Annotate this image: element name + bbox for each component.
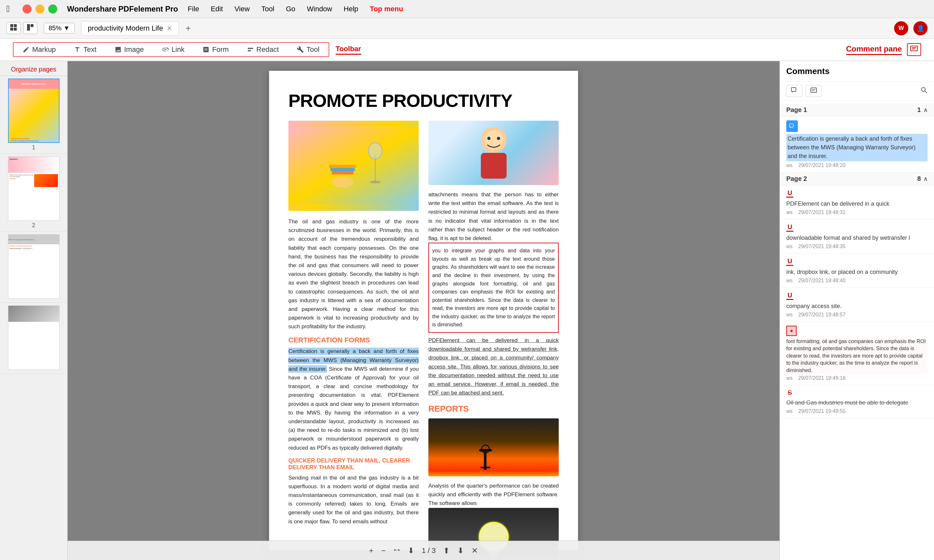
image-tool[interactable]: Image — [112, 44, 146, 55]
comment-note-button[interactable] — [786, 85, 802, 97]
comment-note-icon-0 — [786, 120, 798, 132]
menu-go[interactable]: Go — [286, 5, 295, 13]
form-icon — [202, 46, 209, 53]
comment-list-button[interactable] — [806, 85, 822, 97]
layout-view-button[interactable] — [23, 22, 37, 34]
comment-time-6: 29/07/2021 19:49:55 — [798, 408, 845, 414]
svg-rect-5 — [31, 24, 34, 27]
svg-rect-36 — [791, 88, 796, 91]
svg-rect-10 — [912, 49, 915, 49]
quicker-body: Sending mail in the oil and the gas indu… — [288, 474, 419, 526]
comment-item-6[interactable]: S Oil and Gas industries must be able to… — [780, 385, 934, 418]
comments-header: Comments — [780, 61, 934, 82]
quicker-subhead: QUICKER DELIVERY THAN MAIL, CLEARER DELI… — [288, 457, 419, 471]
thumbnail-page-4[interactable]: ... — [0, 303, 67, 374]
right-column: attachments means that the person has to… — [428, 121, 559, 560]
menu-help[interactable]: Help — [344, 5, 358, 13]
user-avatar[interactable]: 👤 — [913, 21, 928, 35]
bottom-toolbar: + − ⬇ 1 / 3 ⬆ ⬇ ✕ — [68, 541, 780, 560]
add-tab-button[interactable]: + — [185, 23, 191, 34]
svg-point-15 — [332, 177, 354, 188]
toolbar-label: Toolbar — [336, 45, 361, 55]
comment-item-2[interactable]: U downloadable format and shared by wetr… — [780, 220, 934, 254]
link-icon — [162, 46, 169, 53]
menu-file[interactable]: File — [188, 5, 199, 13]
underline-icon-1: U — [786, 189, 793, 198]
svg-rect-42 — [789, 124, 793, 127]
grid-icon — [10, 24, 17, 31]
traffic-lights — [23, 5, 57, 14]
comment-item-5[interactable]: ■ font formatting, oil and gas companies… — [780, 322, 934, 385]
comments-body: Page 1 1 ∧ Certification is generally a … — [780, 100, 934, 560]
main-layout: Organize pages PROMOTE PRODUCTIVITY CERT… — [0, 61, 934, 560]
svg-rect-37 — [811, 88, 817, 92]
zoom-in-button[interactable]: + — [369, 546, 374, 555]
tab-close-button[interactable]: ✕ — [167, 25, 172, 32]
menu-top[interactable]: Top menu — [370, 5, 403, 13]
person-image — [428, 121, 559, 185]
left-column: The oil and gas industry is one of the m… — [288, 121, 419, 560]
redact-tool[interactable]: Redact — [244, 44, 282, 55]
zoom-out-button[interactable]: − — [382, 546, 386, 555]
link-tool[interactable]: Link — [159, 44, 187, 55]
toolbar: Markup Text Image Link Form Redact Tool … — [0, 38, 934, 61]
close-button[interactable] — [23, 5, 32, 14]
svg-point-18 — [370, 180, 381, 183]
fit-width-button[interactable] — [394, 546, 400, 555]
organize-pages-label[interactable]: Organize pages — [0, 65, 67, 76]
comment-text-2: downloadable format and shared by wetran… — [786, 234, 928, 242]
prev-page-button[interactable]: ⬆ — [443, 546, 449, 555]
title-bar:  Wondershare PDFelement Pro File Edit V… — [0, 0, 934, 18]
note-icon — [789, 124, 795, 129]
link-label: Link — [172, 45, 185, 54]
page-2-chevron[interactable]: ∧ — [923, 175, 928, 183]
text-tool[interactable]: Text — [71, 44, 99, 55]
comment-item-1[interactable]: U PDFElement can be delivered in a quick… — [780, 185, 934, 220]
tool-tool[interactable]: Tool — [294, 44, 322, 55]
document-tab[interactable]: productivity Modern Life ✕ — [81, 21, 179, 35]
svg-rect-8 — [911, 46, 918, 51]
tool-icon — [297, 46, 304, 53]
underlined-text: PDFElement can be delivered in a quick d… — [428, 337, 559, 396]
thumbnail-page-1[interactable]: PROMOTE PRODUCTIVITY CERTIFICATION FORMS… — [0, 76, 67, 154]
zoom-control[interactable]: 85% ▼ — [44, 23, 75, 34]
menu-tool[interactable]: Tool — [262, 5, 274, 13]
maximize-button[interactable] — [48, 5, 57, 14]
comment-time-0: 29/07/2021 19:48:20 — [798, 163, 845, 168]
close-doc-button[interactable]: ✕ — [471, 546, 478, 555]
redbox-icon-5: ■ — [786, 326, 797, 336]
comment-author-3: ws — [786, 278, 793, 283]
thumbnail-page-3[interactable]: Allows the company to access information… — [0, 232, 67, 303]
thumb-num-2: 2 — [3, 222, 65, 229]
menu-window[interactable]: Window — [307, 5, 332, 13]
comment-search-button[interactable] — [920, 86, 928, 95]
next-page-button[interactable]: ⬇ — [457, 546, 464, 555]
document-area[interactable]: PROMOTE PRODUCTIVITY — [68, 61, 780, 560]
comment-item-3[interactable]: U ink, dropbox link, or placed on a comm… — [780, 254, 934, 288]
download-button[interactable]: ⬇ — [408, 546, 414, 555]
markup-icon — [23, 46, 29, 53]
page-sep: / — [428, 546, 432, 555]
comment-pane-toggle[interactable] — [907, 43, 921, 56]
thumb-img-3: Allows the company to access information… — [8, 234, 60, 298]
svg-rect-0 — [10, 24, 13, 27]
menu-edit[interactable]: Edit — [211, 5, 223, 13]
page-1-chevron[interactable]: ∧ — [923, 106, 928, 114]
comment-item-4[interactable]: U company access site. ws 29/07/2021 19:… — [780, 288, 934, 322]
view-controls — [6, 22, 37, 34]
comment-item-0[interactable]: Certification is generally a back and fo… — [780, 117, 934, 172]
comment-text-6: Oil and Gas industries must be able to d… — [786, 398, 928, 407]
markup-label: Markup — [32, 45, 56, 54]
markup-tool[interactable]: Markup — [20, 44, 58, 55]
menu-view[interactable]: View — [235, 5, 250, 13]
zoom-chevron: ▼ — [63, 25, 70, 32]
thumbnail-page-2[interactable]: REPORTS Analysis of the quarter's perfor… — [0, 154, 67, 232]
reports-title: REPORTS — [428, 402, 559, 416]
underline-icon-4: U — [786, 292, 793, 300]
form-tool[interactable]: Form — [200, 44, 231, 55]
comment-meta-5: ws 29/07/2021 19:49:16 — [786, 375, 928, 381]
page-2-badge: 8 ∧ — [917, 175, 928, 183]
minimize-button[interactable] — [35, 5, 45, 14]
grid-view-button[interactable] — [6, 22, 21, 34]
svg-rect-1 — [14, 24, 17, 27]
